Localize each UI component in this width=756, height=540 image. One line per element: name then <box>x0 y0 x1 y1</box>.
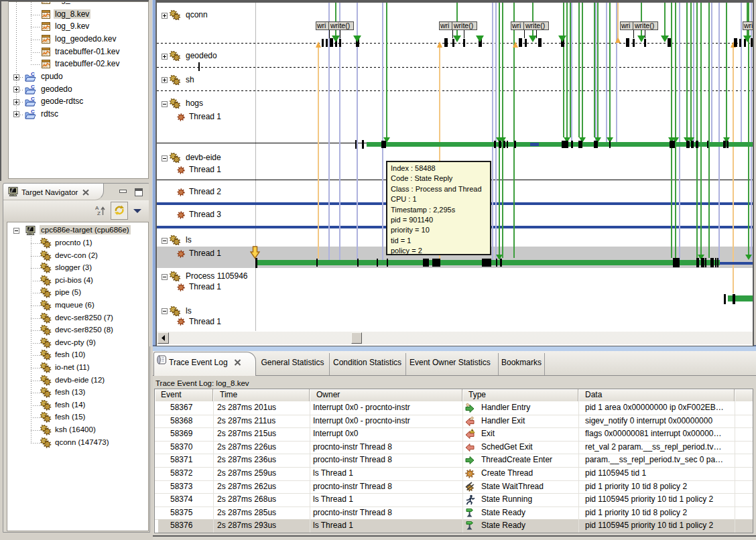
svg-text:Z: Z <box>97 210 101 216</box>
